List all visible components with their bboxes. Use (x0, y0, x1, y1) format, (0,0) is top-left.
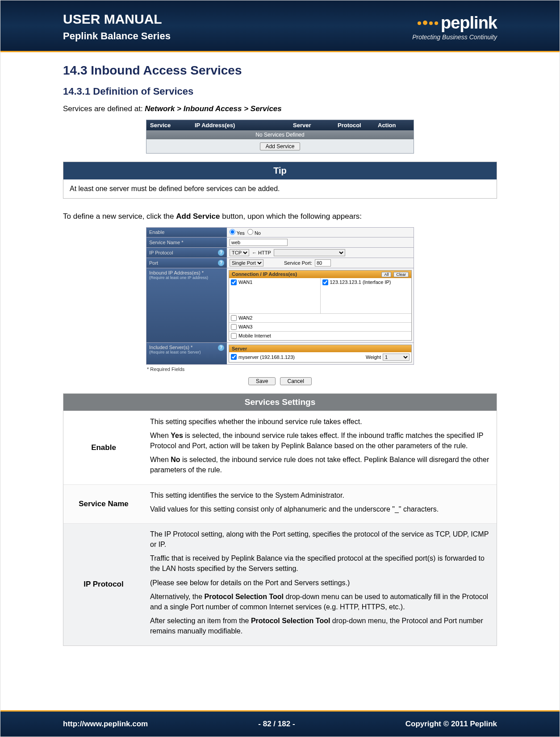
col-service: Service (146, 120, 191, 130)
enable-yes-option[interactable]: Yes (230, 229, 245, 236)
wan1-checkbox[interactable] (231, 279, 237, 285)
settings-val: This setting identifies the service to t… (144, 485, 497, 523)
protocol-tool-select[interactable] (274, 249, 345, 256)
server1-label: myserver (192.168.1.123) (238, 354, 295, 360)
label-included-servers: Included Server(s) * (149, 345, 192, 350)
service-port-label: Service Port: (284, 260, 312, 266)
help-icon[interactable]: ? (218, 260, 224, 266)
settings-key: Enable (63, 411, 144, 484)
enable-yes-text: Yes (237, 230, 245, 236)
footer-url: http://www.peplink.com (63, 720, 148, 729)
para-add-service: To define a new service, click the Add S… (63, 211, 497, 222)
wan1-ip-checkbox[interactable] (322, 279, 328, 285)
ip-protocol-select[interactable]: TCP (230, 249, 249, 256)
footer-copyright: Copyright © 2011 Peplink (405, 720, 497, 729)
wan1-label: WAN1 (238, 279, 252, 285)
wan3-checkbox[interactable] (231, 324, 237, 330)
doc-title: USER MANUAL (63, 12, 171, 27)
port-mode-select[interactable]: Single Port (230, 259, 263, 266)
conn-header: Connection / IP Address(es) (232, 271, 297, 277)
header-bar: USER MANUAL Peplink Balance Series pepli… (0, 0, 560, 52)
settings-key: IP Protocol (63, 524, 144, 645)
label-ip-protocol: IP Protocol (149, 250, 173, 255)
col-action: Action (374, 120, 410, 130)
enable-yes-radio[interactable] (230, 229, 235, 235)
services-table-header: Service IP Address(es) Server Protocol A… (146, 120, 414, 130)
wan2-checkbox[interactable] (231, 315, 237, 321)
enable-no-radio[interactable] (247, 229, 253, 235)
weight-label: Weight (366, 354, 381, 360)
tip-body: At least one server must be defined befo… (63, 179, 497, 198)
settings-row: EnableThis setting specifies whether the… (63, 411, 497, 484)
col-ip: IP Address(es) (191, 120, 289, 130)
settings-title: Services Settings (63, 394, 497, 411)
wan3-label: WAN3 (238, 324, 252, 329)
clear-button[interactable]: Clear (393, 272, 409, 277)
subsection-heading: 14.3.1 Definition of Services (63, 86, 497, 97)
server1-checkbox[interactable] (231, 354, 237, 360)
tip-box: Tip At least one server must be defined … (63, 162, 497, 199)
service-form: Enable Yes No Service Name * IP Protocol… (146, 227, 414, 387)
settings-row: Service NameThis setting identifies the … (63, 484, 497, 523)
server-header: Server (232, 346, 247, 351)
settings-row: IP ProtocolThe IP Protocol setting, alon… (63, 523, 497, 645)
label-inbound-ip-note: (Require at least one IP address) (149, 275, 208, 280)
services-table: Service IP Address(es) Server Protocol A… (146, 120, 414, 154)
breadcrumb: Network > Inbound Access > Services (145, 104, 281, 113)
wan2-label: WAN2 (238, 315, 252, 321)
para2-bold: Add Service (176, 212, 220, 221)
label-inbound-ip: Inbound IP Address(es) * (149, 270, 204, 275)
enable-no-text: No (255, 230, 261, 236)
services-empty-row: No Services Defined (146, 130, 414, 139)
service-port-input[interactable] (315, 259, 331, 266)
settings-val: The IP Protocol setting, along with the … (144, 524, 497, 645)
section-heading: 14.3 Inbound Access Services (63, 63, 497, 78)
intro-prefix: Services are defined at: (63, 104, 145, 113)
add-service-button[interactable]: Add Service (260, 142, 301, 150)
mobile-label: Mobile Internet (238, 333, 271, 338)
wan1-ip-label: 123.123.123.1 (Interface IP) (330, 279, 391, 285)
brand-tagline: Protecting Business Continuity (412, 33, 497, 41)
required-fields-note: * Required Fields (146, 365, 414, 374)
brand-logo: peplink Protecting Business Continuity (412, 13, 497, 41)
help-icon[interactable]: ? (218, 345, 224, 351)
mobile-checkbox[interactable] (231, 333, 237, 339)
cancel-button[interactable]: Cancel (280, 377, 312, 385)
label-service-name: Service Name * (149, 240, 183, 245)
all-button[interactable]: All (381, 272, 391, 277)
para2-pre: To define a new service, click the (63, 212, 176, 221)
settings-val: This setting specifies whether the inbou… (144, 411, 497, 484)
help-icon[interactable]: ? (218, 250, 224, 256)
intro-text: Services are defined at: Network > Inbou… (63, 104, 497, 114)
label-enable: Enable (149, 229, 164, 235)
footer-page: - 82 / 182 - (258, 720, 295, 729)
footer-bar: http://www.peplink.com - 82 / 182 - Copy… (0, 710, 560, 737)
label-port: Port (149, 260, 158, 266)
tip-title: Tip (63, 162, 497, 179)
brand-name: peplink (441, 13, 497, 33)
settings-table: Services Settings EnableThis setting spe… (63, 393, 497, 646)
col-server: Server (289, 120, 334, 130)
weight-select[interactable]: 1 (383, 354, 410, 361)
para2-post: button, upon which the following appears… (220, 212, 362, 221)
brand-dots-icon (418, 21, 438, 25)
col-protocol: Protocol (334, 120, 374, 130)
service-name-input[interactable] (230, 239, 288, 246)
doc-subtitle: Peplink Balance Series (63, 30, 171, 42)
label-included-servers-note: (Require at least one Server) (149, 350, 201, 354)
save-button[interactable]: Save (248, 377, 276, 385)
settings-key: Service Name (63, 485, 144, 523)
enable-no-option[interactable]: No (247, 229, 261, 236)
protocol-tool-label: ← HTTP (252, 250, 271, 255)
